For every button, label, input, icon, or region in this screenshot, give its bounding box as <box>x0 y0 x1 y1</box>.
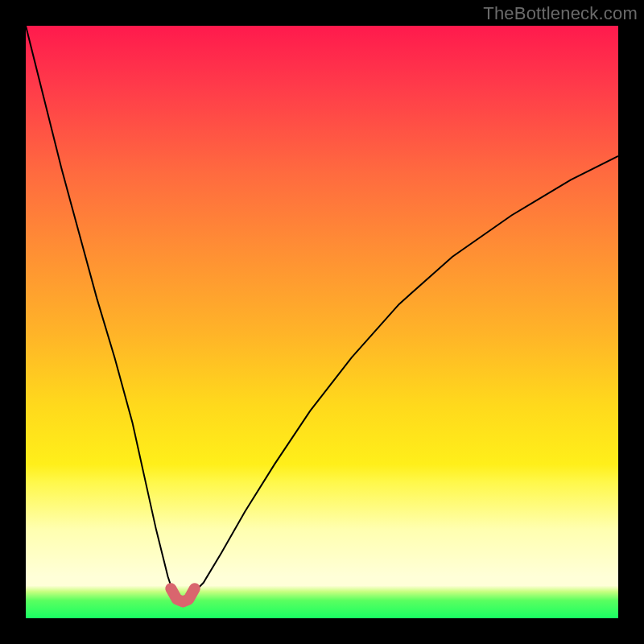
chart-svg <box>26 26 618 618</box>
chart-plot-area <box>26 26 618 618</box>
bottleneck-curve <box>26 26 618 601</box>
watermark-text: TheBottleneck.com <box>483 3 638 24</box>
valley-marker <box>171 588 195 601</box>
chart-frame: TheBottleneck.com <box>0 0 644 644</box>
